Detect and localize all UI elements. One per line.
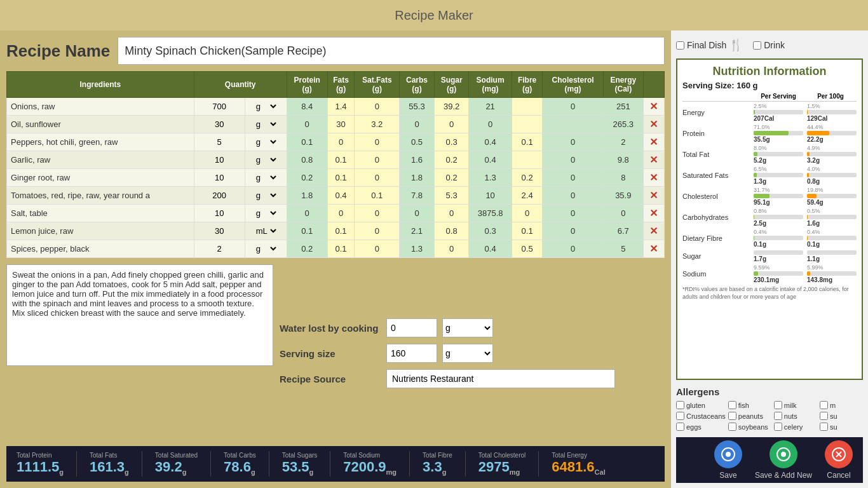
allergen-su1-check[interactable] (820, 412, 828, 420)
allergen-fish-check[interactable] (728, 401, 736, 409)
ingredient-chol: 0 (543, 240, 603, 258)
delete-row-button[interactable]: ✕ (649, 207, 658, 219)
water-lost-unit-select[interactable]: gmLkg (442, 318, 493, 337)
recipe-source-input[interactable] (386, 369, 615, 388)
ingredient-protein: 0 (287, 205, 327, 222)
ingredient-chol: 0 (543, 169, 603, 187)
delete-row-button[interactable]: ✕ (649, 118, 658, 130)
nutrition-row: Energy 2.5% 207Cal 1.5% 129Cal (682, 103, 857, 122)
drink-check[interactable]: Drink (753, 40, 785, 50)
nutr-pct1: 9.59% (754, 264, 803, 271)
nutr-row-name: Sodium (682, 270, 752, 278)
ingredient-delete[interactable]: ✕ (643, 240, 664, 258)
nutr-bar-bg2 (807, 194, 857, 198)
serving-size-unit-select[interactable]: gmLkg (442, 344, 493, 363)
ingredient-qty[interactable] (194, 116, 245, 133)
ingredient-unit[interactable]: ggmLkg (245, 187, 287, 205)
ingredient-qty[interactable] (194, 133, 245, 151)
delete-row-button[interactable]: ✕ (649, 225, 658, 237)
ingredient-delete[interactable]: ✕ (643, 205, 664, 222)
ingredient-qty[interactable] (194, 222, 245, 240)
nutr-bar-fill1 (754, 215, 754, 219)
drink-checkbox[interactable] (753, 41, 761, 50)
allergen-eggs-check[interactable] (676, 423, 684, 431)
fork-icon: 🍴 (729, 38, 743, 52)
ingredient-unit[interactable]: ggmLkg (245, 98, 287, 116)
delete-row-button[interactable]: ✕ (649, 100, 658, 112)
ingredient-carbs: 0 (400, 116, 435, 133)
ingredient-unit[interactable]: ggmLkg (245, 151, 287, 169)
nutr-bar-serving: 9.59% 230.1mg (754, 264, 803, 283)
allergen-soybeans-check[interactable] (728, 423, 736, 431)
cancel-button[interactable]: Cancel (825, 440, 853, 480)
allergen-nuts-check[interactable] (774, 412, 782, 420)
nutr-bar-fill1 (754, 131, 789, 135)
ingredient-delete[interactable]: ✕ (643, 187, 664, 205)
nutrition-rows: Energy 2.5% 207Cal 1.5% 129Cal Protein 7… (682, 103, 857, 283)
ingredient-protein: 0 (287, 116, 327, 133)
ingredient-delete[interactable]: ✕ (643, 98, 664, 116)
allergen-milk-check[interactable] (774, 401, 782, 409)
instructions-box[interactable]: Sweat the onions in a pan, Add finely ch… (6, 264, 273, 366)
ingredient-unit[interactable]: ggmLkg (245, 116, 287, 133)
table-row: Onions, raw ggmLkg 8.4 1.4 0 55.3 39.2 2… (7, 98, 665, 116)
recipe-name-input[interactable] (118, 37, 665, 65)
ingredient-protein: 8.4 (287, 98, 327, 116)
allergen-m-check[interactable] (820, 401, 828, 409)
ingredient-delete[interactable]: ✕ (643, 151, 664, 169)
ingredient-qty[interactable] (194, 151, 245, 169)
save-button[interactable]: Save (714, 440, 742, 480)
nutr-val2: 1.1g (807, 255, 857, 262)
water-lost-input[interactable] (386, 318, 437, 337)
ingredient-qty[interactable] (194, 169, 245, 187)
ingredient-delete[interactable]: ✕ (643, 133, 664, 151)
ingredient-energy: 0 (603, 205, 643, 222)
nutr-row-name: Carbohydrates (682, 214, 752, 221)
final-dish-check[interactable]: Final Dish 🍴 (676, 38, 743, 52)
ingredient-unit[interactable]: ggmLkg (245, 240, 287, 258)
ingredient-unit[interactable]: ggmLkg (245, 169, 287, 187)
final-dish-checkbox[interactable] (676, 41, 684, 50)
allergen-peanuts: peanuts (728, 412, 771, 420)
ingredient-unit[interactable]: ggmLkg (245, 205, 287, 222)
serving-size-input[interactable] (386, 344, 437, 363)
allergen-fish: fish (728, 401, 771, 409)
ingredient-delete[interactable]: ✕ (643, 116, 664, 133)
delete-row-button[interactable]: ✕ (649, 172, 658, 184)
save-add-label: Save & Add New (755, 471, 812, 480)
nutr-val2: 143.8mg (807, 276, 857, 283)
ingredient-satfats: 3.2 (355, 116, 400, 133)
ingredient-qty[interactable] (194, 187, 245, 205)
nutr-bar-bg1 (754, 131, 803, 135)
delete-row-button[interactable]: ✕ (649, 154, 658, 166)
nutrition-row: Sodium 9.59% 230.1mg 5.99% 143.8mg (682, 264, 857, 283)
ingredient-qty[interactable] (194, 205, 245, 222)
allergen-su2-check[interactable] (820, 423, 828, 431)
nutr-pct1: 2.5% (754, 103, 803, 109)
nutr-pct1: 8.0% (754, 145, 803, 151)
delete-row-button[interactable]: ✕ (649, 136, 658, 148)
ingredient-delete[interactable]: ✕ (643, 222, 664, 240)
ingredient-name: Salt, table (7, 205, 194, 222)
ingredient-delete[interactable]: ✕ (643, 169, 664, 187)
allergen-crustaceans: Crustaceans (676, 412, 726, 420)
allergen-peanuts-check[interactable] (728, 412, 736, 420)
ingredient-unit[interactable]: ggmLkg (245, 133, 287, 151)
ingredient-unit[interactable]: mLgmLkg (245, 222, 287, 240)
nutr-pct2: 0.5% (807, 208, 857, 214)
nutr-bar-bg1 (754, 110, 803, 114)
allergen-celery-check[interactable] (774, 423, 782, 431)
ingredient-fibre: 0 (512, 205, 543, 222)
ingredient-fats: 0.1 (327, 169, 355, 187)
delete-row-button[interactable]: ✕ (649, 243, 658, 255)
ingredient-qty[interactable] (194, 240, 245, 258)
nutr-val1: 1.3g (754, 178, 803, 185)
ingredient-name: Onions, raw (7, 98, 194, 116)
recipe-name-row: Recipe Name (6, 37, 665, 65)
delete-row-button[interactable]: ✕ (649, 189, 658, 201)
col-header-ingredients: Ingredients (7, 72, 194, 98)
allergen-gluten-check[interactable] (676, 401, 684, 409)
ingredient-qty[interactable] (194, 98, 245, 116)
save-add-button[interactable]: + Save & Add New (755, 440, 812, 480)
allergen-crustaceans-check[interactable] (676, 412, 684, 420)
